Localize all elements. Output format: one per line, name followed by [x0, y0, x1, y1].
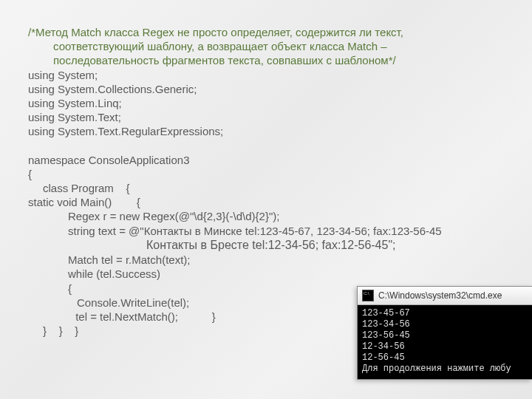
console-window: C:\Windows\system32\cmd.exe 123-45-67 12…: [357, 286, 532, 380]
console-output: 123-45-67 123-34-56 123-56-45 12-34-56 1…: [358, 305, 532, 379]
slide: { "comment": { "line1": "/*Метод Match к…: [0, 0, 532, 399]
code-line: static void Main() {: [28, 195, 510, 209]
console-line: 123-45-67: [362, 308, 528, 319]
comment-line-1: /*Метод Match класса Regex не просто опр…: [28, 26, 403, 38]
comment-line-2: соответствующий шаблону, а возвращает об…: [28, 39, 510, 53]
code-comment: /*Метод Match класса Regex не просто опр…: [28, 25, 510, 68]
console-line: 123-34-56: [362, 319, 528, 330]
code-line: Match tel = r.Match(text);: [28, 253, 510, 267]
comment-line-3: последовательность фрагментов текста, со…: [28, 53, 510, 67]
code-line: using System.Text.RegularExpressions;: [28, 124, 510, 138]
code-line: Regex r = new Regex(@"\d{2,3}(-\d\d){2}"…: [28, 209, 510, 223]
code-line: using System.Linq;: [28, 96, 510, 110]
code-line: Контакты в Бресте tel:12-34-56; fax:12-5…: [28, 238, 510, 253]
console-line: 123-56-45: [362, 330, 528, 341]
console-line: Для продолжения нажмите любу: [362, 364, 528, 375]
code-line: namespace ConsoleApplication3: [28, 153, 510, 167]
code-line: [28, 139, 510, 153]
console-titlebar: C:\Windows\system32\cmd.exe: [358, 287, 532, 305]
code-line: class Program {: [28, 181, 510, 195]
code-line: {: [28, 167, 510, 181]
console-title: C:\Windows\system32\cmd.exe: [378, 290, 502, 301]
code-line: while (tel.Success): [28, 267, 510, 281]
console-line: 12-34-56: [362, 341, 528, 352]
code-line: using System.Collections.Generic;: [28, 82, 510, 96]
code-line: using System.Text;: [28, 110, 510, 124]
cmd-icon: [362, 290, 374, 301]
code-line: string text = @"Контакты в Минске tel:12…: [28, 224, 510, 238]
code-line: using System;: [28, 68, 510, 82]
console-line: 12-56-45: [362, 352, 528, 364]
